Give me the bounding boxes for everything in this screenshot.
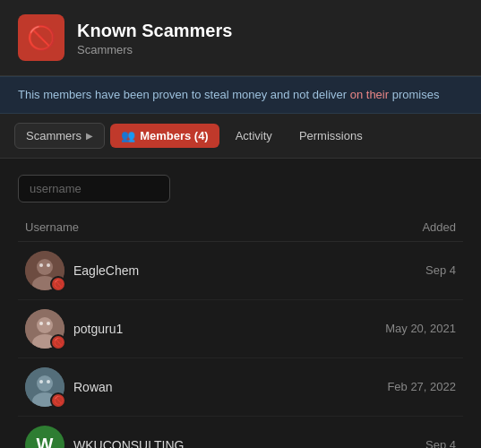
svg-point-8 — [39, 322, 43, 325]
table-header: Username Added — [18, 217, 463, 242]
nav-activity[interactable]: Activity — [225, 124, 283, 148]
svg-point-14 — [47, 380, 50, 383]
nav-scammers[interactable]: Scammers ▶ — [14, 123, 105, 149]
search-input[interactable] — [18, 175, 170, 202]
member-username: WKUCONSULTING — [73, 438, 184, 449]
svg-point-9 — [47, 322, 50, 325]
scammer-badge: 🚫 — [50, 276, 66, 292]
member-info: 🚫 Rowan — [25, 367, 113, 407]
nav-members[interactable]: 👥 Members (4) — [110, 124, 219, 148]
svg-point-11 — [37, 375, 53, 392]
main-content: Username Added 🚫 EagleChem Sep 4 — [0, 159, 481, 449]
table-row[interactable]: 🚫 potguru1 May 20, 2021 — [18, 300, 463, 358]
chevron-right-icon: ▶ — [86, 131, 93, 141]
nav-activity-label: Activity — [236, 129, 272, 142]
info-banner: This members have been proven to steal m… — [0, 76, 481, 114]
scammer-badge: 🚫 — [50, 392, 66, 409]
member-added-date: Feb 27, 2022 — [387, 380, 456, 393]
avatar: 🚫 — [25, 251, 64, 290]
nav-bar: Scammers ▶ 👥 Members (4) Activity Permis… — [0, 114, 481, 159]
header-text: Known Scammers Scammers — [77, 20, 232, 56]
member-username: Rowan — [73, 380, 113, 394]
banner-text: This members have been proven to steal m… — [18, 88, 439, 101]
nav-scammers-label: Scammers — [26, 129, 82, 142]
nav-permissions[interactable]: Permissions — [288, 124, 374, 148]
member-info: 🚫 potguru1 — [25, 309, 123, 349]
member-added-date: Sep 4 — [425, 263, 456, 277]
col-added: Added — [422, 220, 456, 234]
table-row[interactable]: 🚫 Rowan Feb 27, 2022 — [18, 358, 463, 417]
group-header: 🚫 Known Scammers Scammers — [0, 0, 481, 76]
scammer-badge: 🚫 — [50, 334, 66, 350]
member-added-date: May 20, 2021 — [385, 322, 456, 335]
svg-point-13 — [39, 380, 43, 383]
svg-point-1 — [37, 259, 53, 275]
group-icon: 🚫 — [18, 14, 64, 61]
table-row[interactable]: 🚫 EagleChem Sep 4 — [18, 242, 463, 300]
group-subtitle: Scammers — [77, 43, 232, 56]
group-members-icon: 👥 — [121, 129, 135, 142]
avatar: W 🚫 — [25, 426, 64, 449]
avatar: 🚫 — [25, 309, 64, 349]
svg-point-4 — [47, 263, 50, 267]
avatar-image: W — [25, 426, 64, 449]
nav-permissions-label: Permissions — [299, 129, 363, 142]
group-title: Known Scammers — [77, 20, 232, 41]
nav-members-label: Members (4) — [140, 129, 209, 142]
member-added-date: Sep 4 — [425, 438, 456, 448]
member-info: W 🚫 WKUCONSULTING — [25, 426, 184, 449]
svg-point-3 — [39, 263, 43, 267]
members-list: 🚫 EagleChem Sep 4 🚫 potguru1 May 20, 202… — [18, 242, 463, 449]
table-row[interactable]: W 🚫 WKUCONSULTING Sep 4 — [18, 417, 463, 449]
ban-icon: 🚫 — [27, 24, 56, 52]
member-username: EagleChem — [73, 263, 139, 278]
member-username: potguru1 — [73, 322, 123, 336]
svg-point-6 — [37, 317, 53, 333]
avatar: 🚫 — [25, 367, 64, 407]
col-username: Username — [25, 220, 79, 234]
member-info: 🚫 EagleChem — [25, 251, 139, 290]
